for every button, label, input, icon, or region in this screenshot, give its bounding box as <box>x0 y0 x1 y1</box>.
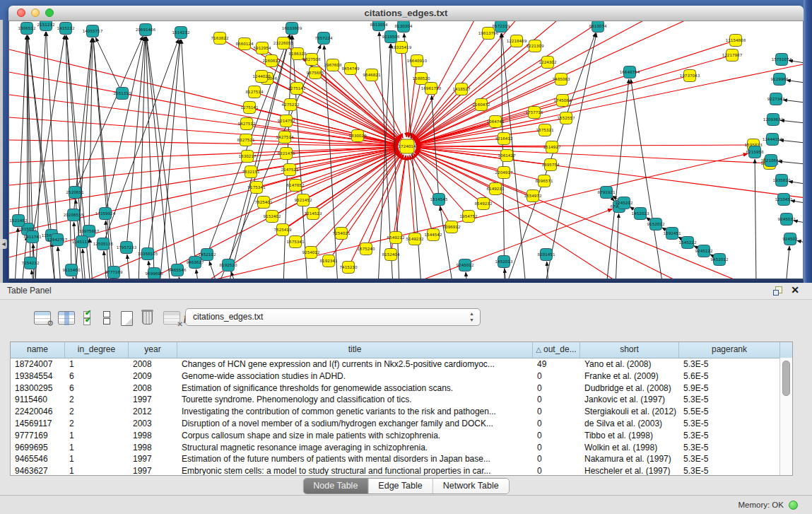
gear-icon: ⚙ <box>47 319 54 328</box>
table-settings-icon[interactable]: ⚙ <box>34 311 51 325</box>
memory-status-indicator[interactable] <box>789 501 798 510</box>
graph-node-label: 8813054 <box>370 23 388 27</box>
column-header-year[interactable]: year <box>129 342 177 358</box>
graph-node-label: 1544542 <box>425 233 442 237</box>
graph-node-label: 8192520 <box>220 263 237 267</box>
network-window-titlebar[interactable]: citations_edges.txt <box>8 6 804 21</box>
graph-node-label: 9245032 <box>778 217 796 221</box>
table-cell: Structural magnetic resonance image aver… <box>177 442 533 454</box>
graph-edge <box>15 228 18 279</box>
trash-icon[interactable] <box>142 311 153 325</box>
graph-node-label: 9827508 <box>303 57 321 62</box>
graph-node-label: 2520651 <box>66 190 84 194</box>
graph-edge <box>73 277 75 279</box>
node-table[interactable]: namein_degreeyeartitle△out_de...shortpag… <box>10 341 793 476</box>
graph-edge <box>146 37 177 270</box>
tab-network-table[interactable]: Network Table <box>433 479 509 493</box>
table-row[interactable]: 1938455462009Genome-wide association stu… <box>11 370 792 382</box>
table-cell: 1997 <box>129 465 177 476</box>
network-svg[interactable]: 1724014716382286601245912954232260559827… <box>9 21 803 279</box>
column-header-name[interactable]: name <box>11 342 65 358</box>
graph-node-label: 1221309 <box>526 44 544 48</box>
column-header-title[interactable]: title <box>177 342 533 358</box>
table-cell: Hescheler et al. (1997) <box>580 465 679 476</box>
table-cell: 22420046 <box>11 406 65 418</box>
table-cell: 9465546 <box>11 453 65 465</box>
table-tabs-bar: Node TableEdge TableNetwork Table <box>0 476 812 495</box>
graph-edge <box>33 35 64 237</box>
graph-node-label: 12942757 <box>47 238 68 242</box>
row-height-icon[interactable] <box>103 311 110 325</box>
graph-node-label: 6147852 <box>287 183 305 187</box>
table-cell: 5.3E-5 <box>679 442 780 454</box>
graph-node-label: 1452023 <box>632 211 649 216</box>
table-row[interactable]: 2242004622012Investigating the contribut… <box>11 406 792 418</box>
table-select-dropdown[interactable]: citations_edges.txt ▲▼ <box>185 308 481 326</box>
graph-node-label: 9214752 <box>278 119 295 123</box>
graph-nodes[interactable]: 1724014716382286601245912954232260559827… <box>10 21 798 279</box>
graph-node-label: 2275141 <box>288 86 306 90</box>
graph-edge <box>89 38 93 231</box>
table-row[interactable]: 946362711997Embryonic stem cells: a mode… <box>11 465 792 476</box>
status-bar: Memory: OK <box>0 495 812 514</box>
table-header-row: namein_degreeyeartitle△out_de...shortpag… <box>11 342 792 358</box>
select-rows-icon[interactable]: ✔✔ <box>83 311 95 325</box>
delete-table-icon[interactable]: ✕ <box>163 311 180 325</box>
collapse-panel-arrow[interactable]: ◂ <box>0 239 7 249</box>
network-canvas[interactable]: 1724014716382286601245912954232260559827… <box>8 21 804 281</box>
graph-node-label: 9321452 <box>295 198 312 202</box>
column-header-pagerank[interactable]: pagerank <box>679 342 780 358</box>
graph-edge <box>182 40 195 262</box>
tab-edge-table[interactable]: Edge Table <box>368 479 433 493</box>
graph-edge <box>104 251 107 279</box>
desktop-right-band <box>804 0 812 283</box>
graph-node-label: 1064741 <box>487 119 505 124</box>
graph-edge <box>780 120 803 123</box>
table-cell: 0 <box>533 394 580 406</box>
table-row[interactable]: 977716911998Corpus callosum shape and si… <box>11 430 792 442</box>
table-row[interactable]: 1830029562008Estimation of significance … <box>11 382 792 395</box>
graph-node-label: 2967608 <box>324 63 342 67</box>
graph-node-label: 1875321 <box>536 128 554 132</box>
graph-node-label: 7254021 <box>333 231 351 235</box>
table-row[interactable]: 1456911722003Disruption of a novel membe… <box>11 418 792 430</box>
table-cell: 5.3E-5 <box>679 465 780 476</box>
table-cell: 1997 <box>129 394 177 406</box>
table-row[interactable]: 946554611997Estimation of the future num… <box>11 453 792 465</box>
table-cell: Disruption of a novel member of a sodium… <box>177 418 533 430</box>
float-panel-icon[interactable] <box>773 286 782 296</box>
graph-node-label: 8911741 <box>24 235 42 239</box>
graph-node-label: 19737043 <box>680 74 700 78</box>
graph-edge <box>58 247 61 279</box>
network-window[interactable]: citations_edges.txt 17240147163822866012… <box>8 6 804 280</box>
new-table-icon[interactable] <box>121 311 133 326</box>
graph-node-label: 5149232 <box>406 237 424 241</box>
scrollbar-thumb[interactable] <box>782 361 790 396</box>
table-cell: Nakamura et al. (1997) <box>580 453 679 465</box>
column-visibility-icon[interactable] <box>58 311 75 325</box>
table-cell: 6 <box>65 370 129 382</box>
graph-node-label: 14055757 <box>83 29 103 33</box>
table-cell: Stergiakouli et al. (2012) <box>580 406 679 418</box>
table-cell: 5.3E-5 <box>679 358 780 370</box>
graph-edge <box>47 32 57 240</box>
graph-node-label: 8321475 <box>278 151 295 156</box>
table-cell: 49 <box>533 358 580 370</box>
graph-node-label: 19813796 <box>478 31 499 35</box>
tab-node-table[interactable]: Node Table <box>303 479 368 493</box>
table-row[interactable]: 969969511998Structural magnetic resonanc… <box>11 442 792 454</box>
column-header-out_de[interactable]: △out_de... <box>533 342 580 358</box>
graph-node-label: 9227343 <box>767 97 785 101</box>
graph-edge <box>83 249 86 279</box>
close-panel-icon[interactable]: ✕ <box>791 284 799 296</box>
table-scrollbar[interactable] <box>779 358 792 475</box>
graph-node-label: 9254012 <box>302 250 320 255</box>
column-header-in_degree[interactable]: in_degree <box>65 342 129 358</box>
column-header-short[interactable]: short <box>580 342 679 358</box>
table-row[interactable]: 911546021997Tourette syndrome. Phenomeno… <box>11 394 792 406</box>
table-cell: 2009 <box>129 370 177 382</box>
table-cell: Corpus callosum shape and size in male p… <box>177 430 533 442</box>
table-row[interactable]: 1872400712008Changes of HCN gene express… <box>11 358 792 370</box>
table-cell: 18724007 <box>11 358 65 370</box>
graph-node-label: 8327521 <box>237 138 255 142</box>
